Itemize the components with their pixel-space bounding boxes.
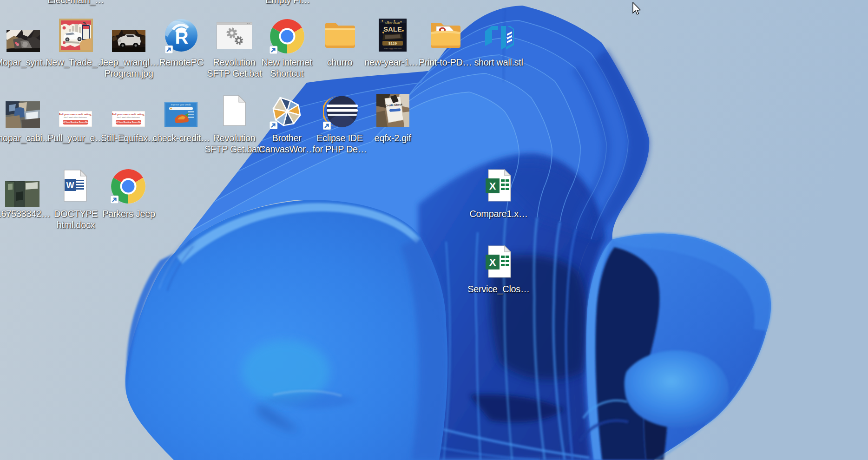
svg-text:NEW YEAR: NEW YEAR — [385, 22, 401, 25]
svg-text:Pull Your Routine Score Now: Pull Your Routine Score Now — [114, 121, 143, 124]
svg-text:this 2 won't affect that score: this 2 won't affect that score — [64, 116, 87, 118]
svg-text:X: X — [489, 256, 496, 268]
svg-text:Pull your own credit rating,: Pull your own credit rating, — [59, 113, 92, 116]
svg-text:SALE: SALE — [383, 25, 402, 33]
svg-text:this 2 won't affect that score: this 2 won't affect that score — [117, 116, 140, 118]
svg-text:Pull your own credit rating,: Pull your own credit rating, — [112, 113, 145, 116]
svg-text:X: X — [489, 180, 496, 192]
svg-text:improve your credit: improve your credit — [171, 103, 191, 106]
svg-text:Pull Your Routine Score Now: Pull Your Routine Score Now — [61, 121, 90, 124]
svg-text:$129: $129 — [388, 41, 397, 46]
svg-text:W: W — [66, 181, 74, 190]
svg-text:R: R — [175, 27, 189, 47]
svg-text:terms apply see store: terms apply see store — [384, 47, 402, 50]
